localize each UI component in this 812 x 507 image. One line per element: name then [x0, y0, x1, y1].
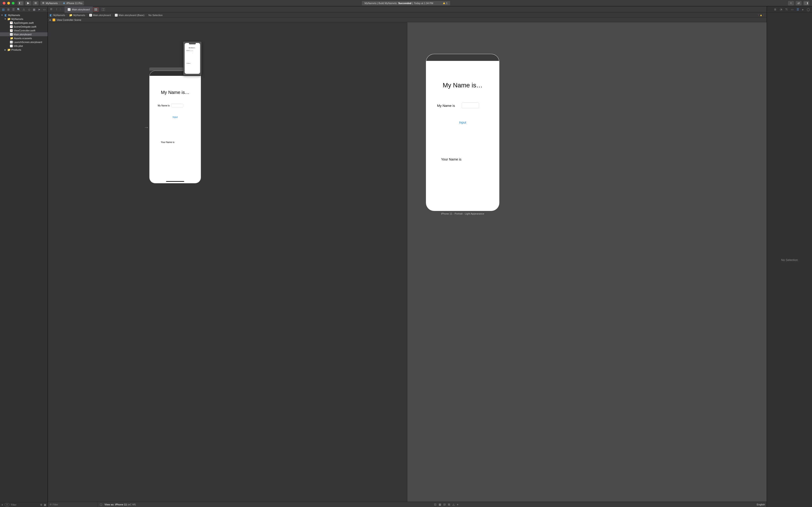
svg-marker-2: [27, 2, 30, 4]
file-row-scenedelegate[interactable]: ✦ SceneDelegate.swift: [0, 25, 48, 29]
phone-frame-large: My Name is… My Name is Input Your Name i…: [426, 54, 499, 211]
editor-options-icon: [94, 8, 97, 11]
add-constraints-icon[interactable]: ⊞: [448, 503, 450, 506]
input-button[interactable]: Input: [150, 116, 201, 118]
group-row[interactable]: ▼ 📁 MyNameIs: [0, 17, 48, 21]
thumb-field: [191, 50, 193, 51]
file-row-launchscreen[interactable]: ◫ LaunchScreen.storyboard: [0, 40, 48, 44]
add-button[interactable]: +: [1, 503, 3, 507]
code-review-button[interactable]: ⇄: [796, 1, 802, 5]
run-button[interactable]: [26, 1, 31, 5]
stop-button[interactable]: [33, 1, 39, 5]
recent-filter-icon[interactable]: ⊕: [40, 503, 42, 506]
crumb-4[interactable]: No Selection: [148, 14, 162, 16]
preview-caption[interactable]: iPhone 11 - Portrait - Light Appearance: [426, 212, 499, 215]
navigator-filter-field[interactable]: Filter: [11, 503, 39, 506]
language-selector[interactable]: English: [757, 503, 765, 506]
identity-inspector-tab[interactable]: ▭: [791, 8, 794, 11]
debug-navigator-tab[interactable]: ▦: [33, 8, 36, 11]
library-button[interactable]: ＋: [788, 1, 794, 5]
status-prefix: MyNameIs | Build MyNameIs:: [364, 2, 397, 5]
filter-scope-button[interactable]: ⊙: [5, 503, 9, 506]
crumb-2[interactable]: Main.storyboard: [93, 14, 111, 16]
symbol-navigator-tab[interactable]: ☰: [12, 8, 15, 11]
file-row-main-storyboard[interactable]: ◫ Main.storyboard: [0, 33, 48, 36]
prev-issue-icon[interactable]: 〈: [757, 13, 759, 17]
warning-triangle-icon[interactable]: [760, 14, 762, 16]
disclosure-triangle-icon[interactable]: ▶: [4, 49, 6, 51]
folder-icon: 📁: [7, 17, 10, 20]
your-name-label[interactable]: Your Name is: [150, 141, 201, 144]
svg-rect-3: [35, 2, 37, 4]
name-textfield[interactable]: [171, 104, 183, 107]
help-inspector-tab[interactable]: ?⃝: [785, 8, 788, 11]
filter-icon: ⊘: [50, 503, 52, 506]
disclosure-triangle-icon[interactable]: ▼: [1, 14, 3, 16]
add-editor-button[interactable]: [102, 8, 105, 11]
filter-placeholder: Filter: [11, 503, 16, 506]
breakpoint-navigator-tab[interactable]: ➤: [38, 8, 41, 11]
title-label[interactable]: My Name is…: [150, 90, 201, 95]
preview-canvas[interactable]: My Name is… My Name is Input Your Name i…: [407, 22, 767, 502]
zoom-to-fit-icon[interactable]: ⊡: [434, 503, 436, 506]
attributes-inspector-tab[interactable]: ☰: [797, 8, 799, 11]
file-row-assets[interactable]: 📁 Assets.xcassets: [0, 36, 48, 40]
titlebar: ⚙︎ MyNameIs 〉 ◉ iPhone 11 Pro MyNameIs |…: [0, 0, 812, 6]
storyboard-canvas[interactable]: → View Controller My Name is… My Name is: [48, 22, 407, 502]
file-row-appdelegate[interactable]: ✦ AppDelegate.swift: [0, 21, 48, 25]
tab-main-storyboard[interactable]: ◫ Main.storyboard: [64, 6, 93, 13]
file-label: SceneDelegate.swift: [14, 25, 36, 28]
scm-filter-icon[interactable]: ▣: [44, 503, 46, 506]
toggle-inspector-button[interactable]: [803, 1, 809, 5]
canvas-filter-field[interactable]: ⊘ Filter: [50, 503, 95, 506]
next-issue-icon[interactable]: 〉: [763, 13, 765, 17]
forward-button[interactable]: 〉: [60, 7, 62, 11]
test-navigator-tab[interactable]: ◇: [28, 8, 31, 11]
crumb-1[interactable]: MyNameIs: [73, 14, 86, 16]
jump-bar[interactable]: ◧MyNameIs 〉 📁MyNameIs 〉 ◫Main.storyboard…: [48, 13, 767, 18]
toggle-navigator-button[interactable]: [18, 1, 23, 5]
zoom-window[interactable]: [12, 2, 14, 5]
history-inspector-tab[interactable]: ◔: [780, 8, 782, 11]
related-items-icon[interactable]: ⊞: [50, 7, 52, 11]
canvas-split: → View Controller My Name is… My Name is: [48, 22, 767, 502]
source-control-navigator-tab[interactable]: ⊞: [7, 8, 10, 11]
project-root-row[interactable]: ▼ ◧ MyNameIs: [0, 13, 48, 17]
file-inspector-tab[interactable]: 🗎: [774, 8, 777, 11]
products-row[interactable]: ▶ 📁 Products: [0, 48, 48, 52]
scheme-selector[interactable]: ⚙︎ MyNameIs 〉 ◉ iPhone 11 Pro: [40, 1, 84, 5]
issue-navigator-tab[interactable]: ⚠: [23, 8, 26, 11]
adjust-editor-options-button[interactable]: [93, 7, 99, 11]
crumb-3[interactable]: Main.storyboard (Base): [118, 14, 144, 16]
plus-icon: ＋: [790, 1, 792, 5]
resolve-issues-icon[interactable]: △: [452, 503, 454, 506]
initial-vc-arrow-icon[interactable]: →: [144, 124, 149, 130]
find-navigator-tab[interactable]: 🔍: [17, 8, 20, 11]
align-icon[interactable]: ⊟: [443, 503, 446, 506]
minimize-window[interactable]: [7, 2, 10, 5]
document-outline-row[interactable]: ▶ View Controller Scene: [48, 18, 767, 22]
crumb-0[interactable]: MyNameIs: [53, 14, 65, 16]
project-tree: ▼ ◧ MyNameIs ▼ 📁 MyNameIs ✦ AppDelegate.…: [0, 13, 48, 502]
back-button[interactable]: 〈: [55, 7, 57, 11]
toggle-outline-button[interactable]: ▢: [100, 503, 102, 506]
close-window[interactable]: [3, 2, 5, 5]
file-row-viewcontroller[interactable]: ✦ ViewController.swift: [0, 29, 48, 33]
size-inspector-tab[interactable]: ▸: [802, 8, 804, 11]
embed-in-icon[interactable]: ▦: [439, 503, 441, 506]
project-navigator-tab[interactable]: ▤: [2, 8, 5, 11]
view-controller-scene[interactable]: View Controller My Name is… My Name is I…: [149, 67, 201, 183]
disclosure-triangle-icon[interactable]: ▼: [4, 18, 6, 20]
report-navigator-tab[interactable]: ▭: [43, 8, 46, 11]
name-label[interactable]: My Name is: [158, 104, 170, 107]
chevron-right-icon: 〉: [145, 13, 148, 17]
activity-view[interactable]: MyNameIs | Build MyNameIs: Succeeded | T…: [362, 1, 450, 5]
add-preview-button[interactable]: +: [457, 503, 459, 506]
minimap-thumbnail[interactable]: My Name is… My Name is — Your Name is: [183, 42, 201, 75]
view-as-control[interactable]: View as: iPhone 11 (wC hR): [104, 503, 136, 506]
disclosure-triangle-icon[interactable]: ▶: [50, 19, 51, 21]
connections-inspector-tab[interactable]: ◯: [807, 8, 810, 11]
thumb-phone: My Name is… My Name is — Your Name is: [185, 43, 200, 74]
warning-indicator[interactable]: 1: [443, 2, 448, 5]
file-row-infoplist[interactable]: Info.plist: [0, 44, 48, 48]
